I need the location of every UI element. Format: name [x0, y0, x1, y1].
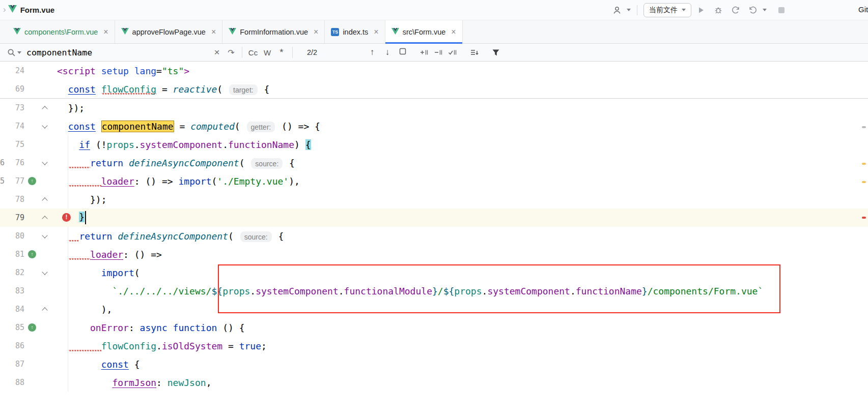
stop-button[interactable] [774, 3, 789, 17]
left-clipped-text: 6 [0, 158, 5, 167]
code-line-87[interactable]: 87 const { [0, 355, 868, 373]
close-icon[interactable]: × [374, 28, 378, 36]
search-history-caret-icon[interactable] [17, 51, 21, 54]
code-line-73[interactable]: 73 }); [0, 99, 868, 117]
line-number: 24 [5, 66, 24, 75]
close-icon[interactable]: × [451, 28, 456, 36]
regex-toggle[interactable]: * [274, 46, 289, 59]
tab-components-form-vue[interactable]: components\Form.vue × [7, 20, 115, 43]
debug-button[interactable] [711, 3, 726, 17]
findbar-divider [292, 47, 293, 58]
gutter-up-icon[interactable]: ↑ [28, 250, 36, 258]
code-line-74[interactable]: 74 const componentName = computed( gette… [0, 117, 868, 135]
code-line-88[interactable]: 88 formJson: newJson, [0, 373, 868, 392]
tab-label: index.ts [343, 28, 368, 36]
add-occurrence-icon[interactable] [416, 46, 431, 59]
code-line-86[interactable]: 86 flowConfig.isOldSystem = true; [0, 337, 868, 355]
fold-column [40, 235, 50, 237]
stripe-error-mark[interactable] [862, 217, 866, 219]
user-menu-caret-icon[interactable] [627, 9, 631, 11]
stripe-warning-mark[interactable] [862, 181, 866, 183]
code-text: onError: async function () { [50, 322, 868, 333]
code-line-75[interactable]: 75 if (!props.systemComponent.functionNa… [0, 135, 868, 154]
line-number: 81 [5, 250, 24, 259]
window-title: Form.vue [20, 6, 55, 14]
fold-column [40, 105, 50, 111]
clear-search-icon[interactable]: × [210, 46, 224, 59]
fold-up-icon[interactable] [42, 106, 47, 111]
gutter-icon-column: ↑ [24, 250, 40, 258]
gutter-icon-column: ↑ [24, 177, 40, 185]
gutter-up-icon[interactable]: ↑ [28, 323, 36, 332]
run-config-caret-icon [682, 9, 686, 11]
close-icon[interactable]: × [103, 28, 108, 36]
code-line-85[interactable]: 85↑ onError: async function () { [0, 318, 868, 337]
close-icon[interactable]: × [211, 28, 216, 36]
code-text: loader: () => import('./Empty.vue'), [50, 176, 868, 187]
error-icon[interactable]: ! [62, 213, 71, 222]
code-line-78[interactable]: 78 }); [0, 190, 868, 208]
tab-label: src\Form.vue [403, 28, 446, 36]
stop-icon [778, 7, 785, 13]
rerun-button[interactable] [745, 3, 761, 17]
text-caret [85, 211, 86, 224]
code-line-80[interactable]: 80 return defineAsyncComponent( source: … [0, 227, 868, 245]
tab-src-form-vue[interactable]: src\Form.vue × [385, 20, 463, 43]
line-number: 82 [5, 268, 24, 277]
line-number: 86 [5, 341, 24, 350]
fold-up-icon[interactable] [42, 307, 47, 313]
close-icon[interactable]: × [314, 28, 318, 36]
code-line-69[interactable]: 69 const flowConfig = reactive( target: … [0, 80, 868, 98]
run-button[interactable] [693, 3, 709, 17]
left-clipped-text: 5 [0, 176, 5, 186]
code-line-79[interactable]: 79 }! [0, 208, 868, 227]
annotation-red-box [218, 264, 780, 313]
stripe-warning-mark[interactable] [862, 163, 866, 165]
code-line-24[interactable]: 24<script setup lang="ts"> [0, 62, 868, 80]
user-account-button[interactable] [609, 3, 625, 17]
tab-approveflowpage-vue[interactable]: approveFlowPage.vue × [115, 20, 223, 43]
search-icon[interactable] [7, 48, 16, 57]
rerun-caret-icon[interactable] [763, 9, 767, 11]
newline-icon[interactable]: ↷ [224, 46, 238, 59]
stripe-search-mark[interactable] [862, 126, 866, 128]
select-all-occurrences-icon[interactable] [445, 46, 459, 59]
fold-down-icon[interactable] [42, 269, 47, 275]
tab-forminformation-vue[interactable]: FormInformation.vue × [222, 20, 325, 43]
filter-icon[interactable] [489, 46, 503, 59]
code-line-76[interactable]: 676 return defineAsyncComponent( source:… [0, 154, 868, 172]
profiler-button[interactable] [728, 3, 743, 17]
previous-match-button[interactable]: ↑ [365, 46, 380, 59]
line-number: 75 [5, 140, 24, 149]
search-input[interactable]: componentName [26, 48, 210, 57]
whole-words-toggle[interactable]: W [260, 46, 274, 59]
code-line-77[interactable]: 577↑ loader: () => import('./Empty.vue')… [0, 172, 868, 190]
fold-down-icon[interactable] [42, 123, 47, 128]
code-line-81[interactable]: 81↑ loader: () => [0, 245, 868, 263]
tab-label: components\Form.vue [24, 28, 98, 36]
fold-up-icon[interactable] [42, 216, 47, 221]
in-selection-icon[interactable] [395, 46, 410, 59]
fold-down-icon[interactable] [42, 232, 47, 238]
remove-occurrence-icon[interactable] [431, 46, 445, 59]
git-widget[interactable]: Git [858, 5, 868, 14]
run-configuration-select[interactable]: 当前文件 [643, 3, 691, 17]
vue-icon [121, 28, 129, 36]
fold-column [40, 125, 50, 128]
vue-logo-icon [8, 5, 17, 15]
results-list-icon[interactable] [467, 46, 482, 59]
tab-index-ts[interactable]: TS index.ts × [325, 20, 385, 43]
fold-up-icon[interactable] [42, 197, 47, 203]
chevron-right-icon[interactable]: › [3, 5, 6, 15]
next-match-button[interactable]: ↓ [380, 46, 395, 59]
fold-down-icon[interactable] [42, 159, 47, 165]
gutter-icon-column: ↑ [24, 323, 40, 332]
code-text: formJson: newJson, [50, 377, 868, 388]
fold-column [40, 162, 50, 164]
editor[interactable]: 24<script setup lang="ts">69 const flowC… [0, 62, 868, 417]
find-bar: componentName × ↷ Cc W * 2/2 ↑ ↓ [0, 44, 868, 62]
line-number: 77 [5, 176, 24, 186]
match-case-toggle[interactable]: Cc [246, 46, 260, 59]
code-text: flowConfig.isOldSystem = true; [50, 341, 868, 351]
gutter-up-icon[interactable]: ↑ [28, 177, 36, 185]
